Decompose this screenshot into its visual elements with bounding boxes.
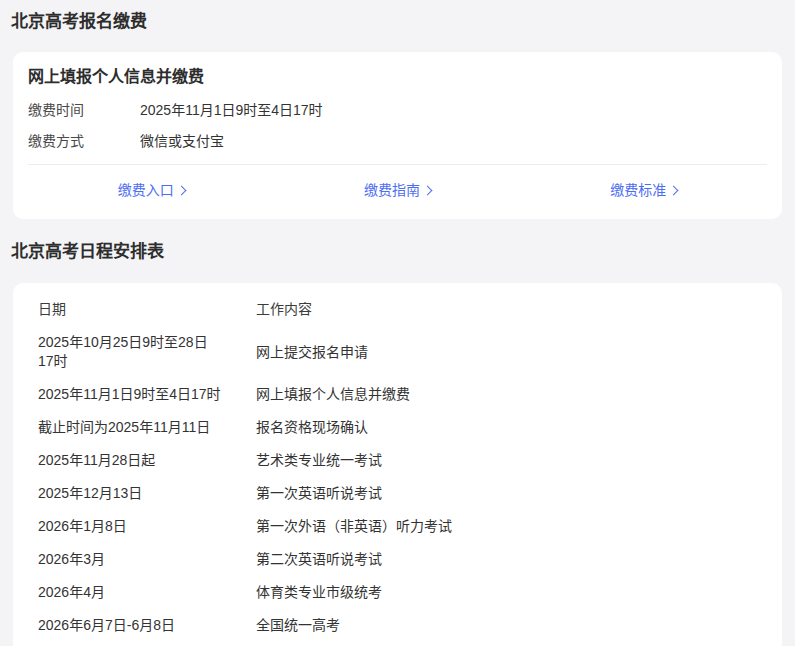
table-header-row: 日期 工作内容: [38, 293, 758, 326]
row-date: 2025年11月28日起: [38, 451, 222, 470]
row-date: 截止时间为2025年11月11日: [38, 418, 222, 437]
row-date: 2025年12月13日: [38, 484, 222, 503]
payment-entry-link-label: 缴费入口: [118, 182, 174, 198]
row-date: 2026年3月: [38, 550, 222, 569]
table-row: 截止时间为2025年11月11日 报名资格现场确认: [38, 411, 758, 444]
chevron-right-icon: [669, 186, 679, 196]
table-row: 2025年12月13日 第一次英语听说考试: [38, 477, 758, 510]
table-row: 2026年1月8日 第一次外语（非英语）听力考试: [38, 510, 758, 543]
payment-guide-link[interactable]: 缴费指南: [274, 181, 520, 199]
row-content: 网上提交报名申请: [256, 343, 758, 362]
schedule-table: 日期 工作内容 2025年10月25日9时至28日17时 网上提交报名申请 20…: [38, 293, 758, 642]
row-date: 2026年4月: [38, 583, 222, 602]
payment-links-row: 缴费入口 缴费指南 缴费标准: [28, 164, 767, 204]
table-row: 2025年11月1日9时至4日17时 网上填报个人信息并缴费: [38, 378, 758, 411]
payment-standard-link[interactable]: 缴费标准: [521, 181, 767, 199]
payment-card-title: 网上填报个人信息并缴费: [28, 67, 767, 87]
table-row: 2025年11月28日起 艺术类专业统一考试: [38, 444, 758, 477]
row-content: 第二次英语听说考试: [256, 550, 758, 569]
date-column-header: 日期: [38, 300, 222, 319]
row-content: 第一次英语听说考试: [256, 484, 758, 503]
section-heading-schedule: 北京高考日程安排表: [11, 242, 782, 262]
table-row: 2026年6月7日-6月8日 全国统一高考: [38, 609, 758, 642]
section-heading-payment: 北京高考报名缴费: [11, 12, 782, 32]
page: 北京高考报名缴费 网上填报个人信息并缴费 缴费时间 2025年11月1日9时至4…: [0, 0, 795, 646]
table-row: 2025年10月25日9时至28日17时 网上提交报名申请: [38, 326, 758, 378]
row-date: 2025年11月1日9时至4日17时: [38, 385, 222, 404]
payment-entry-link[interactable]: 缴费入口: [28, 181, 274, 199]
row-content: 全国统一高考: [256, 616, 758, 635]
content-column-header: 工作内容: [256, 300, 758, 319]
row-date: 2026年6月7日-6月8日: [38, 616, 222, 635]
payment-method-value: 微信或支付宝: [140, 132, 224, 151]
row-content: 体育类专业市级统考: [256, 583, 758, 602]
chevron-right-icon: [176, 186, 186, 196]
payment-standard-link-label: 缴费标准: [610, 182, 666, 198]
row-content: 网上填报个人信息并缴费: [256, 385, 758, 404]
payment-time-row: 缴费时间 2025年11月1日9时至4日17时: [28, 101, 767, 120]
row-content: 艺术类专业统一考试: [256, 451, 758, 470]
payment-time-label: 缴费时间: [28, 101, 140, 120]
payment-card: 网上填报个人信息并缴费 缴费时间 2025年11月1日9时至4日17时 缴费方式…: [13, 52, 782, 219]
table-row: 2026年4月 体育类专业市级统考: [38, 576, 758, 609]
schedule-card: 日期 工作内容 2025年10月25日9时至28日17时 网上提交报名申请 20…: [13, 283, 782, 646]
table-row: 2026年3月 第二次英语听说考试: [38, 543, 758, 576]
row-content: 报名资格现场确认: [256, 418, 758, 437]
chevron-right-icon: [423, 186, 433, 196]
payment-method-label: 缴费方式: [28, 132, 140, 151]
row-date: 2025年10月25日9时至28日17时: [38, 333, 222, 371]
payment-method-row: 缴费方式 微信或支付宝: [28, 132, 767, 151]
payment-guide-link-label: 缴费指南: [364, 182, 420, 198]
row-content: 第一次外语（非英语）听力考试: [256, 517, 758, 536]
row-date: 2026年1月8日: [38, 517, 222, 536]
payment-time-value: 2025年11月1日9时至4日17时: [140, 101, 323, 120]
